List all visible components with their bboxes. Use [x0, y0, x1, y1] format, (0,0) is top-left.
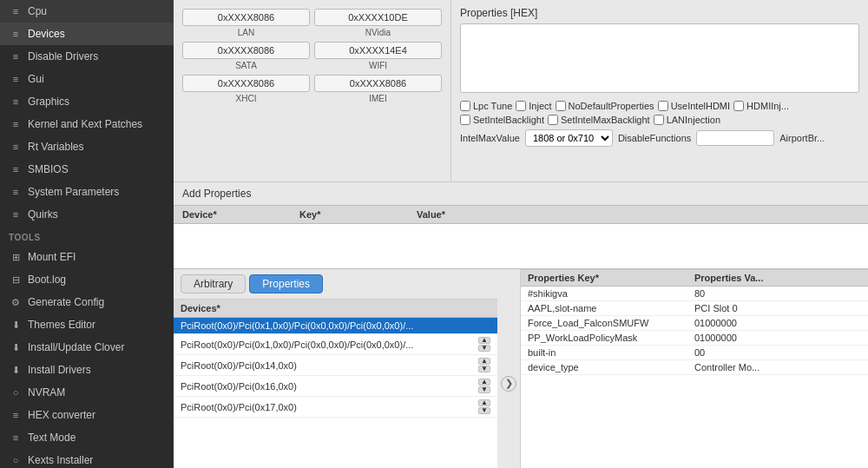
stepper[interactable]: ▲ ▼ [478, 358, 490, 372]
sidebar-item-label-quirks: Quirks [28, 208, 58, 221]
sidebar-tool-install-drivers[interactable]: ⬇ Install Drivers [0, 359, 174, 381]
sidebar-tool-install-update-clover[interactable]: ⬇ Install/Update Clover [0, 336, 174, 359]
devices-list: PciRoot(0x0)/Pci(0x1,0x0)/Pci(0x0,0x0)/P… [174, 318, 497, 468]
hex-converter-icon: ≡ [9, 408, 23, 422]
checkbox-set-intel-backlight[interactable] [460, 115, 470, 125]
disable-functions-label: DisableFunctions [618, 133, 691, 143]
device-card-xhci: XHCI [182, 75, 310, 103]
props-row: PP_WorkLoadPolicyMask 01000000 [521, 331, 868, 346]
tab-arbitrary[interactable]: Arbitrary [181, 274, 246, 293]
checkbox-item-lan-injection: LANInjection [654, 115, 720, 125]
props-key: Force_Load_FalconSMUFW [528, 318, 694, 328]
device-path: PciRoot(0x0)/Pci(0x1,0x0)/Pci(0x0,0x0)/P… [181, 320, 413, 331]
gui-icon: ≡ [9, 72, 23, 86]
sidebar-tool-kexts-installer[interactable]: ○ Kexts Installer [0, 449, 174, 468]
bottom-left-inner: Devices* PciRoot(0x0)/Pci(0x1,0x0)/Pci(0… [174, 299, 520, 468]
quirks-icon: ≡ [9, 208, 23, 221]
sidebar-item-quirks[interactable]: ≡ Quirks [0, 203, 174, 226]
sidebar-item-label-smbios: SMBIOS [28, 163, 69, 175]
device-input-xhci[interactable] [182, 75, 310, 92]
stepper-up[interactable]: ▲ [478, 379, 490, 386]
intel-max-select[interactable]: 1808 or 0x710 [525, 129, 613, 147]
properties-hex-input[interactable] [460, 23, 859, 93]
sidebar-tool-text-mode[interactable]: ≡ Text Mode [0, 426, 174, 449]
sidebar-item-label-rt-variables: Rt Variables [28, 141, 83, 153]
sidebar-item-disable-drivers[interactable]: ≡ Disable Drivers [0, 45, 174, 68]
devices-list-label: Devices* [174, 299, 497, 318]
sidebar-tool-nvram[interactable]: ○ NVRAM [0, 381, 174, 404]
devices-list-item[interactable]: PciRoot(0x0)/Pci(0x17,0x0) ▲ ▼ [174, 397, 497, 418]
props-row: Force_Load_FalconSMUFW 01000000 [521, 316, 868, 331]
stepper-down[interactable]: ▼ [478, 407, 490, 414]
stepper-down[interactable]: ▼ [478, 366, 490, 372]
checkbox-lpc-tune[interactable] [460, 101, 470, 111]
sidebar-tool-mount-efi[interactable]: ⊞ Mount EFI [0, 246, 174, 268]
nvram-icon: ○ [9, 386, 23, 399]
device-card-lan: LAN [182, 9, 310, 37]
add-properties-table-body [174, 224, 868, 268]
sidebar-item-graphics[interactable]: ≡ Graphics [0, 90, 174, 113]
props-col-value: Properties Va... [694, 273, 861, 283]
checkbox-item-hdmi-inject: HDMIInj... [733, 101, 789, 111]
stepper[interactable]: ▲ ▼ [478, 379, 490, 393]
sidebar-item-rt-variables[interactable]: ≡ Rt Variables [0, 135, 174, 158]
bottom-right: Properties Key*Properties Va... #shikigv… [521, 269, 868, 468]
stepper[interactable]: ▲ ▼ [478, 399, 490, 414]
tab-properties[interactable]: Properties [249, 274, 323, 293]
devices-list-item[interactable]: PciRoot(0x0)/Pci(0x1,0x0)/Pci(0x0,0x0)/P… [174, 318, 497, 334]
stepper-up[interactable]: ▲ [478, 337, 490, 344]
stepper-down[interactable]: ▼ [478, 345, 490, 352]
main-content: LAN NVidia SATA WIFI XHCI IMEI Propertie… [174, 0, 868, 468]
sidebar-item-system-params[interactable]: ≡ System Parameters [0, 181, 174, 203]
checkbox-hdmi-inject[interactable] [733, 101, 744, 111]
checkbox-item-inject: Inject [516, 101, 551, 111]
device-input-lan[interactable] [182, 9, 310, 26]
sidebar-tool-themes-editor[interactable]: ⬇ Themes Editor [0, 313, 174, 336]
nav-arrow-button[interactable]: ❯ [501, 376, 516, 392]
checkbox-set-intel-max-backlight[interactable] [548, 115, 558, 125]
device-input-imei[interactable] [314, 75, 442, 92]
checkbox-no-default-properties[interactable] [556, 101, 566, 111]
sidebar-tool-hex-converter[interactable]: ≡ HEX converter [0, 404, 174, 426]
checkbox-inject[interactable] [516, 101, 526, 111]
bottom-right-inner: Properties Key*Properties Va... #shikigv… [521, 269, 868, 468]
device-card-nvidia: NVidia [314, 9, 442, 37]
sidebar-item-smbios[interactable]: ≡ SMBIOS [0, 158, 174, 181]
sidebar-item-devices[interactable]: ≡ Devices [0, 23, 174, 45]
text-mode-icon: ≡ [9, 431, 23, 445]
devices-list-item[interactable]: PciRoot(0x0)/Pci(0x16,0x0) ▲ ▼ [174, 376, 497, 397]
stepper[interactable]: ▲ ▼ [478, 337, 490, 352]
checkbox-item-lpc-tune: Lpc Tune [460, 101, 512, 111]
disable-functions-input[interactable] [696, 130, 774, 146]
checkbox-use-intel-hdmi[interactable] [658, 101, 668, 111]
sidebar-item-gui[interactable]: ≡ Gui [0, 68, 174, 90]
checkbox-lan-injection[interactable] [654, 115, 664, 125]
sidebar-tool-boot-log[interactable]: ⊟ Boot.log [0, 268, 174, 291]
device-card-sata: SATA [182, 42, 310, 70]
stepper-up[interactable]: ▲ [478, 358, 490, 365]
kernel-kext-icon: ≡ [9, 117, 23, 131]
device-label-sata: SATA [235, 61, 257, 70]
devices-list-item[interactable]: PciRoot(0x0)/Pci(0x14,0x0) ▲ ▼ [174, 355, 497, 376]
device-label-lan: LAN [238, 28, 254, 37]
sidebar-tool-label-kexts-installer: Kexts Installer [28, 454, 93, 466]
sidebar-item-cpu[interactable]: ≡ Cpu [0, 0, 174, 23]
checkbox-label-inject: Inject [529, 101, 551, 111]
devices-list-item[interactable]: PciRoot(0x0)/Pci(0x1,0x0)/Pci(0x0,0x0)/P… [174, 334, 497, 355]
rt-variables-icon: ≡ [9, 140, 23, 154]
add-properties-title: Add Properties [174, 182, 868, 205]
device-cards-section: LAN NVidia SATA WIFI XHCI IMEI [174, 0, 451, 181]
device-input-nvidia[interactable] [314, 9, 442, 26]
device-input-wifi[interactable] [314, 42, 442, 59]
col-device: Device* [182, 209, 295, 220]
props-row: #shikigva 80 [521, 287, 868, 301]
sidebar-item-kernel-kext[interactable]: ≡ Kernel and Kext Patches [0, 113, 174, 135]
stepper-up[interactable]: ▲ [478, 399, 490, 406]
props-col-key: Properties Key* [528, 273, 694, 283]
sidebar-tool-generate-config[interactable]: ⚙ Generate Config [0, 291, 174, 313]
sidebar-item-label-gui: Gui [28, 73, 44, 85]
install-update-clover-icon: ⬇ [9, 340, 23, 354]
stepper-down[interactable]: ▼ [478, 386, 490, 393]
device-path: PciRoot(0x0)/Pci(0x17,0x0) [181, 402, 297, 412]
device-input-sata[interactable] [182, 42, 310, 59]
